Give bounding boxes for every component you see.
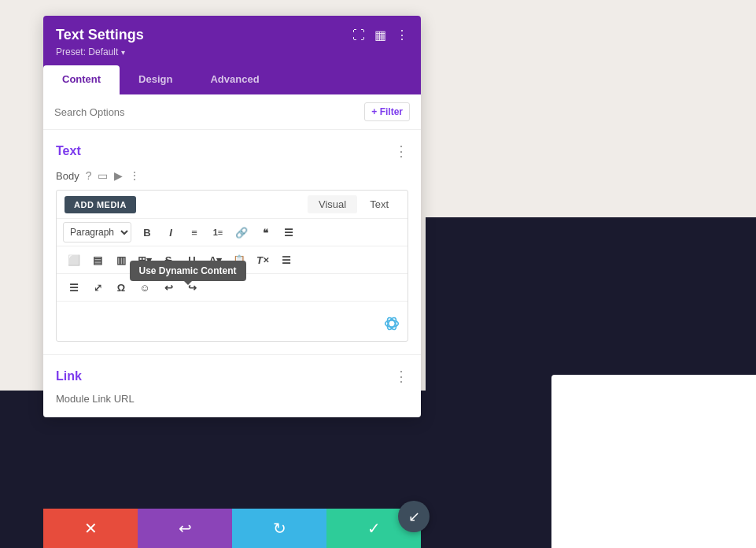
filter-button[interactable]: + Filter xyxy=(364,102,410,121)
align-button[interactable]: ☰ xyxy=(278,222,300,243)
panel-tabs: Content Design Advanced xyxy=(43,65,421,94)
fullscreen-button[interactable]: ⤢ xyxy=(87,277,109,298)
link-section-header: Link ⋮ xyxy=(56,368,408,385)
text-section-header: Text ⋮ xyxy=(56,143,408,160)
module-link-label: Module Link URL xyxy=(56,393,408,405)
cursor-icon[interactable]: ▶ xyxy=(114,169,123,182)
clear-format-button[interactable]: T✕ xyxy=(252,250,274,270)
paragraph-select[interactable]: Paragraph xyxy=(63,222,131,243)
help-icon[interactable]: ? xyxy=(86,169,92,182)
text-section-title: Text xyxy=(56,144,81,158)
text-tab[interactable]: Text xyxy=(359,195,400,213)
search-bar: + Filter xyxy=(43,94,421,130)
columns-icon[interactable]: ▦ xyxy=(374,28,386,43)
panel-header: Text Settings ⛶ ▦ ⋮ Preset: Default xyxy=(43,16,421,65)
add-media-button[interactable]: ADD MEDIA xyxy=(65,196,136,213)
editor-area[interactable] xyxy=(57,302,408,341)
link-section-menu[interactable]: ⋮ xyxy=(394,368,408,385)
link-section-title: Link xyxy=(56,369,82,383)
bold-button[interactable]: B xyxy=(136,222,158,243)
align-center-button[interactable]: ▤ xyxy=(87,250,109,270)
search-input[interactable] xyxy=(54,106,364,118)
align-left-button[interactable]: ⬜ xyxy=(63,250,85,270)
editor-top: ADD MEDIA Visual Text xyxy=(57,191,408,219)
panel-content: Text ⋮ Body ? ▭ ▶ ⋮ ADD MEDIA Visual Tex… xyxy=(43,130,421,354)
cancel-button[interactable]: ✕ xyxy=(43,509,138,548)
toolbar-row-1: Paragraph B I ≡ 1≡ 🔗 ❝ ☰ xyxy=(57,219,408,246)
dynamic-content-icon[interactable] xyxy=(384,316,400,335)
expand-icon[interactable]: ⛶ xyxy=(352,28,365,43)
body-more-icon[interactable]: ⋮ xyxy=(129,169,140,182)
more-icon[interactable]: ⋮ xyxy=(396,28,408,43)
indent-button[interactable]: ☰ xyxy=(275,250,297,270)
preset-label[interactable]: Preset: Default xyxy=(56,46,408,57)
text-section-menu[interactable]: ⋮ xyxy=(394,143,408,160)
settings-panel: Text Settings ⛶ ▦ ⋮ Preset: Default Cont… xyxy=(43,16,421,417)
tab-advanced[interactable]: Advanced xyxy=(191,65,278,94)
undo-bottom-button[interactable]: ↩ xyxy=(138,509,232,548)
tab-content[interactable]: Content xyxy=(43,65,120,94)
blockquote-button[interactable]: ❝ xyxy=(254,222,276,243)
bottom-bar: ✕ ↩ ↻ ✓ xyxy=(43,509,421,548)
special-chars-button[interactable]: Ω xyxy=(110,277,132,298)
body-label: Body xyxy=(56,170,79,182)
toolbar-row-3: ☰ ⤢ Ω ☺ ↩ Use Dynamic Content ↪ xyxy=(57,274,408,302)
redo-bottom-button[interactable]: ↻ xyxy=(232,509,326,548)
italic-button[interactable]: I xyxy=(160,222,182,243)
visual-tab[interactable]: Visual xyxy=(308,195,357,213)
body-controls: Body ? ▭ ▶ ⋮ xyxy=(56,169,408,182)
ordered-list-button[interactable]: 1≡ xyxy=(207,222,229,243)
redo-button[interactable]: Use Dynamic Content ↪ xyxy=(181,277,203,298)
link-section: Link ⋮ Module Link URL xyxy=(43,354,421,417)
unordered-list-button[interactable]: ≡ xyxy=(183,222,205,243)
floating-button[interactable]: ↙ xyxy=(398,501,430,532)
header-icons: ⛶ ▦ ⋮ xyxy=(352,28,408,43)
device-icon[interactable]: ▭ xyxy=(98,169,108,182)
tab-design[interactable]: Design xyxy=(120,65,191,94)
panel-title: Text Settings xyxy=(56,27,144,43)
dynamic-content-tooltip: Use Dynamic Content xyxy=(129,261,245,281)
visual-text-tabs: Visual Text xyxy=(308,195,400,213)
link-button[interactable]: 🔗 xyxy=(230,222,253,243)
outdent-button[interactable]: ☰ xyxy=(63,277,85,298)
editor-wrapper: ADD MEDIA Visual Text Paragraph B I ≡ xyxy=(56,190,408,342)
